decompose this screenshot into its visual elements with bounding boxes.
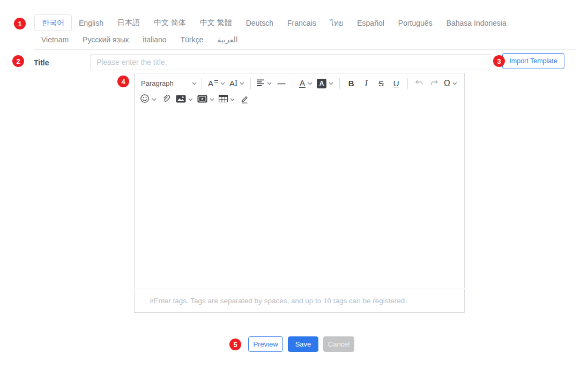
tab-indonesian[interactable]: Bahasa Indonesia bbox=[440, 14, 513, 31]
tab-chinese-simplified[interactable]: 中文 简体 bbox=[147, 14, 193, 31]
draw-button[interactable] bbox=[239, 93, 250, 106]
bold-button[interactable]: B bbox=[346, 77, 356, 90]
toolbar-separator bbox=[250, 78, 251, 89]
omega-icon: Ω bbox=[444, 79, 450, 88]
language-tabs-row-2: Vietnam Русский язык italiano Türkçe الع… bbox=[34, 32, 245, 47]
language-tabs-row-1: 한국어 English 日本語 中文 简体 中文 繁體 Deutsch Fran… bbox=[34, 14, 513, 31]
tab-italian[interactable]: italiano bbox=[136, 32, 173, 48]
horizontal-rule-button[interactable]: — bbox=[276, 77, 287, 90]
background-color-icon: A bbox=[317, 79, 326, 88]
tab-turkish[interactable]: Türkçe bbox=[174, 32, 211, 48]
insert-table-button[interactable] bbox=[219, 93, 235, 106]
chevron-down-icon bbox=[188, 98, 193, 101]
step-marker-3: 3 bbox=[493, 55, 505, 67]
bold-icon: B bbox=[348, 79, 354, 88]
emoji-smiley-icon bbox=[140, 94, 150, 105]
paragraph-style-dropdown[interactable]: Paragraph bbox=[141, 79, 197, 87]
toolbar-row-1: Paragraph A A I bbox=[139, 74, 460, 92]
paragraph-style-label: Paragraph bbox=[141, 79, 174, 87]
background-color-button[interactable]: A bbox=[317, 77, 333, 90]
editor-content-area[interactable] bbox=[135, 109, 464, 289]
link-icon bbox=[162, 94, 170, 104]
insert-image-button[interactable] bbox=[176, 93, 193, 106]
text-color-icon: A bbox=[299, 79, 306, 88]
import-template-button[interactable]: Import Template bbox=[502, 53, 564, 69]
tabs-divider bbox=[34, 49, 575, 50]
font-size-icon: A bbox=[208, 79, 213, 88]
line-height-i-icon: I bbox=[235, 79, 237, 88]
undo-icon bbox=[415, 79, 423, 88]
tab-arabic[interactable]: العربية bbox=[210, 32, 244, 48]
toolbar-row-2 bbox=[139, 92, 460, 107]
chevron-down-icon bbox=[210, 98, 214, 101]
tab-korean[interactable]: 한국어 bbox=[34, 14, 72, 31]
tab-chinese-traditional[interactable]: 中文 繁體 bbox=[193, 14, 239, 31]
chevron-down-icon bbox=[192, 82, 197, 85]
tab-french[interactable]: Francais bbox=[280, 14, 323, 31]
italic-icon: I bbox=[364, 79, 367, 88]
redo-icon bbox=[430, 79, 438, 88]
align-left-icon bbox=[257, 79, 265, 88]
special-character-button[interactable]: Ω bbox=[444, 77, 457, 90]
tab-spanish[interactable]: Español bbox=[350, 14, 391, 31]
font-size-lines-icon bbox=[214, 79, 218, 83]
toolbar-separator bbox=[339, 78, 340, 89]
toolbar-separator bbox=[407, 78, 408, 89]
editor-toolbar: Paragraph A A I bbox=[135, 73, 464, 109]
toolbar-separator bbox=[202, 78, 202, 89]
strikethrough-button[interactable]: S bbox=[376, 77, 386, 90]
text-color-button[interactable]: A bbox=[299, 77, 312, 90]
step-marker-5: 5 bbox=[229, 339, 241, 350]
step-marker-2: 2 bbox=[12, 55, 24, 67]
title-input[interactable] bbox=[90, 54, 490, 70]
horizontal-rule-icon: — bbox=[278, 79, 286, 88]
tab-russian[interactable]: Русский язык bbox=[76, 32, 136, 48]
chevron-down-icon bbox=[220, 82, 225, 85]
table-icon bbox=[219, 95, 228, 104]
insert-video-button[interactable] bbox=[197, 93, 214, 106]
undo-button[interactable] bbox=[414, 77, 425, 90]
toolbar-separator bbox=[293, 78, 293, 89]
rich-text-editor: Paragraph A A I bbox=[134, 73, 465, 288]
step-marker-4: 4 bbox=[117, 76, 129, 87]
tab-english[interactable]: English bbox=[72, 14, 110, 31]
pencil-icon bbox=[240, 94, 249, 105]
tab-vietnamese[interactable]: Vietnam bbox=[34, 32, 76, 48]
image-icon bbox=[176, 95, 186, 104]
tab-thai[interactable]: ไทย bbox=[323, 14, 350, 31]
chevron-down-icon bbox=[152, 98, 157, 101]
title-label: Title bbox=[34, 58, 49, 67]
cancel-button[interactable]: Cancel bbox=[323, 336, 354, 352]
chevron-down-icon bbox=[240, 82, 244, 85]
align-button[interactable] bbox=[257, 77, 272, 90]
step-marker-1: 1 bbox=[14, 18, 26, 29]
redo-button[interactable] bbox=[429, 77, 440, 90]
chevron-down-icon bbox=[329, 82, 333, 85]
link-button[interactable] bbox=[161, 93, 172, 106]
underline-icon: U bbox=[393, 79, 399, 88]
preview-button[interactable]: Preview bbox=[248, 336, 283, 352]
italic-button[interactable]: I bbox=[361, 77, 371, 90]
video-icon bbox=[197, 95, 207, 104]
underline-button[interactable]: U bbox=[391, 77, 401, 90]
tab-japanese[interactable]: 日本語 bbox=[110, 14, 147, 31]
emoji-button[interactable] bbox=[140, 93, 157, 106]
line-height-button[interactable]: A I bbox=[229, 77, 244, 90]
tab-portuguese[interactable]: Português bbox=[391, 14, 440, 31]
chevron-down-icon bbox=[230, 98, 235, 101]
tab-german[interactable]: Deutsch bbox=[239, 14, 280, 31]
chevron-down-icon bbox=[267, 82, 272, 85]
line-height-icon: A bbox=[229, 79, 235, 88]
tags-input[interactable] bbox=[134, 289, 465, 313]
chevron-down-icon bbox=[452, 82, 457, 85]
font-size-button[interactable]: A bbox=[208, 77, 225, 90]
chevron-down-icon bbox=[308, 82, 312, 85]
strikethrough-icon: S bbox=[378, 79, 384, 88]
save-button[interactable]: Save bbox=[288, 336, 318, 352]
